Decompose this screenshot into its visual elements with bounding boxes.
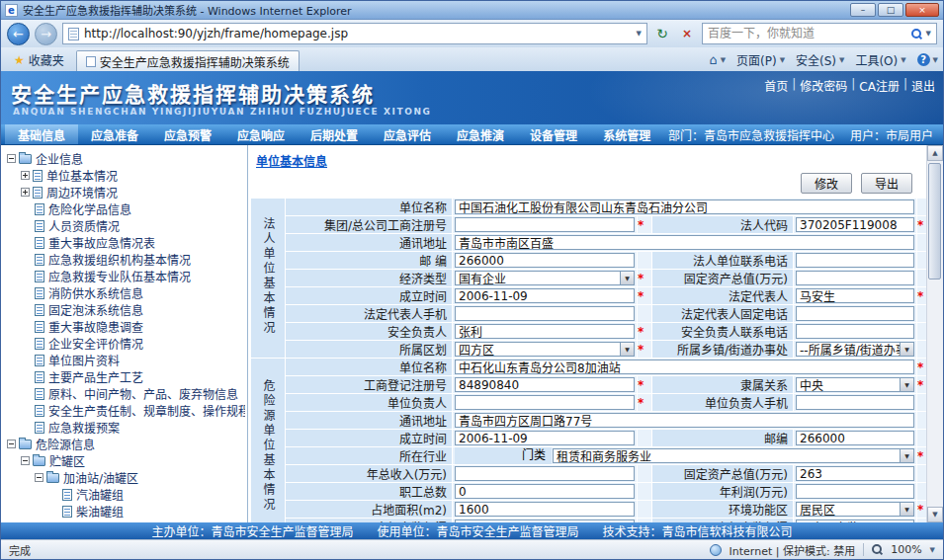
tree-item[interactable]: 消防供水系统信息 [3, 284, 245, 301]
tree-item[interactable]: 柴油罐组 [3, 503, 245, 520]
browser-tab[interactable]: 安全生产应急救援指挥辅助决策系统 [76, 50, 300, 71]
nav-item[interactable]: 应急评估 [371, 124, 444, 144]
maximize-button[interactable]: □ [878, 3, 903, 17]
search-box[interactable]: ▼ [702, 23, 937, 44]
form-select[interactable]: 租赁和商务服务业▼ [553, 448, 914, 463]
collapse-icon[interactable] [7, 440, 16, 448]
tree-item[interactable]: 原料、中间产物、产品、废弃物信息 [3, 385, 245, 402]
back-button[interactable]: ← [7, 23, 30, 45]
form-select[interactable]: --所属乡镇/街道办事处--▼ [796, 342, 914, 357]
tree-item[interactable]: 人员资质情况 [3, 217, 245, 234]
export-button[interactable]: 导出 [861, 173, 912, 194]
tree-item[interactable]: 应急救援预案 [3, 419, 245, 436]
form-text-input[interactable] [455, 288, 635, 303]
form-text-input[interactable] [796, 466, 914, 481]
form-text-input[interactable] [455, 235, 914, 250]
tree-item[interactable]: 危险源信息 [3, 436, 245, 452]
address-history-dropdown-icon[interactable]: ▼ [637, 30, 642, 38]
form-text-input[interactable] [455, 200, 914, 214]
address-field[interactable]: http://localhost:90/yjzh/frame/homepage.… [62, 23, 647, 44]
form-select[interactable]: 居民区▼ [796, 502, 914, 517]
tree-item[interactable]: 重大事故隐患调查 [3, 318, 245, 335]
form-text-input[interactable] [455, 253, 635, 268]
tree-item[interactable]: 应急救援组织机构基本情况 [3, 251, 245, 268]
tree-item[interactable]: 企业安全评价情况 [3, 335, 245, 352]
tools-menu-button[interactable]: 工具(O) ▼ [855, 51, 905, 68]
form-text-input[interactable] [455, 484, 635, 499]
zoom-dropdown-icon[interactable]: ▼ [930, 546, 935, 554]
modify-button[interactable]: 修改 [801, 173, 852, 194]
tree-item[interactable]: 加油站/油罐区 [3, 469, 245, 486]
tree-item[interactable]: 固定泡沫系统信息 [3, 301, 245, 318]
form-text-input[interactable] [796, 253, 914, 268]
form-text-input[interactable] [796, 217, 914, 232]
tree-item[interactable]: 安全生产责任制、规章制度、操作规程信息 [3, 402, 245, 419]
form-text-input[interactable] [796, 288, 914, 303]
help-button[interactable]: ? ▼ [917, 53, 938, 66]
tree-item[interactable]: 企业信息 [3, 150, 245, 167]
tree-item[interactable]: 汽油罐组 [3, 486, 245, 503]
nav-item[interactable]: 基础信息 [5, 124, 78, 144]
form-select[interactable]: 四方区▼ [455, 342, 635, 357]
nav-item[interactable]: 应急响应 [224, 124, 298, 144]
header-link[interactable]: 修改密码 [800, 77, 847, 94]
tree-item[interactable]: 单位基本情况 [3, 167, 245, 184]
header-link[interactable]: 首页 [764, 77, 788, 94]
tree-item[interactable]: 危险化学品信息 [3, 200, 245, 217]
scroll-up-icon[interactable]: ▲ [927, 145, 943, 161]
form-text-input[interactable] [796, 306, 914, 321]
nav-item[interactable]: 应急推演 [444, 124, 517, 144]
tree-item[interactable]: 应急救援专业队伍基本情况 [3, 268, 245, 284]
form-text-input[interactable] [455, 413, 914, 428]
home-button[interactable]: ⌂ ▼ [709, 52, 726, 67]
form-select[interactable]: 中央▼ [796, 377, 914, 392]
form-text-input[interactable] [796, 271, 914, 285]
expand-icon[interactable] [21, 171, 30, 180]
collapse-icon[interactable] [35, 473, 43, 482]
stop-button[interactable]: × [677, 24, 697, 43]
collapse-icon[interactable] [21, 456, 30, 465]
vertical-scrollbar[interactable]: ▲ ▼ [926, 145, 943, 522]
form-text-input[interactable] [455, 431, 635, 445]
form-text-input[interactable] [455, 395, 635, 410]
tree-item[interactable]: 贮罐区 [3, 452, 245, 469]
tree-item[interactable]: 重大事故应急情况表 [3, 234, 245, 251]
form-text-input[interactable] [455, 360, 914, 374]
search-icon[interactable] [911, 29, 922, 40]
tree-item[interactable]: 主要产品生产工艺 [3, 368, 245, 385]
scroll-down-icon[interactable]: ▼ [927, 507, 943, 522]
page-menu-button[interactable]: 页面(P) ▼ [736, 51, 785, 68]
refresh-button[interactable]: ↻ [652, 24, 672, 43]
nav-item[interactable]: 设备管理 [517, 124, 590, 144]
favorites-button[interactable]: ★ 收藏夹 [6, 49, 72, 71]
form-text-input[interactable] [455, 217, 635, 232]
nav-item[interactable]: 应急准备 [78, 124, 151, 144]
form-text-input[interactable] [455, 324, 635, 339]
nav-item[interactable]: 后期处置 [298, 124, 371, 144]
form-text-input[interactable] [796, 324, 914, 339]
minimize-button[interactable]: – [850, 3, 876, 17]
close-button[interactable]: × [905, 3, 939, 17]
form-text-input[interactable] [455, 306, 635, 321]
expand-icon[interactable] [21, 188, 30, 197]
safety-menu-button[interactable]: 安全(S) ▼ [796, 51, 844, 68]
scrollbar-thumb[interactable] [928, 163, 941, 280]
search-dropdown-icon[interactable]: ▼ [926, 30, 931, 38]
zoom-icon[interactable] [872, 544, 883, 555]
nav-item[interactable]: 系统管理 [590, 124, 663, 144]
header-link[interactable]: 退出 [911, 77, 935, 94]
form-text-input[interactable] [455, 502, 635, 517]
scrollbar-track[interactable] [927, 161, 943, 507]
nav-item[interactable]: 应急预警 [151, 124, 224, 144]
form-text-input[interactable] [455, 466, 635, 481]
tree-item[interactable]: 单位图片资料 [3, 352, 245, 368]
form-text-input[interactable] [796, 395, 914, 410]
window-titlebar[interactable]: e 安全生产应急救援指挥辅助决策系统 - Windows Internet Ex… [1, 1, 943, 20]
form-text-input[interactable] [796, 484, 914, 499]
forward-button[interactable]: → [35, 23, 57, 45]
header-link[interactable]: CA注册 [859, 77, 900, 94]
form-text-input[interactable] [796, 431, 914, 445]
collapse-icon[interactable] [7, 154, 16, 163]
search-input[interactable] [708, 27, 907, 40]
tree-item[interactable]: 周边环境情况 [3, 184, 245, 200]
